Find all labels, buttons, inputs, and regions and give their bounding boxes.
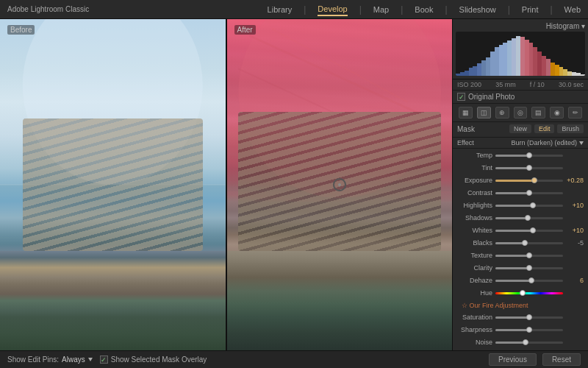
focal-length: 35 mm [495,81,516,88]
show-edit-pins-dropdown[interactable] [88,358,93,361]
tool-radial[interactable]: ◉ [550,107,564,118]
original-photo-row: ✓ Original Photo [453,91,588,104]
slider-dehaze-value: 6 [563,277,584,284]
mask-row: Mask New Edit Brush [457,124,584,133]
slider-sharpness-label: Sharpness [457,326,495,333]
mask-section: Mask New Edit Brush [453,122,588,138]
show-edit-pins-value[interactable]: Always [62,355,85,364]
slider-tint: Tint [457,163,584,173]
slider-contrast-label: Contrast [457,189,495,197]
slider-clarity-label: Clarity [457,264,495,272]
mask-brush-btn[interactable]: Brush [557,124,584,133]
slider-clarity: Clarity [457,263,584,273]
slider-temp-track[interactable] [495,155,563,157]
tab-print[interactable]: Print [522,4,539,15]
slider-noise: Noise [457,337,584,347]
mask-overlay-checkbox[interactable]: ✓ [100,355,108,364]
slider-texture-track[interactable] [495,255,563,257]
slider-texture-label: Texture [457,252,495,259]
after-label: After [234,25,256,35]
bottom-reset-btn[interactable]: Reset [542,353,581,366]
mask-label: Mask [457,125,475,133]
effect-row: Effect Burn (Darken) (edited) [453,138,588,149]
tab-develop[interactable]: Develop [318,3,347,16]
previous-btn[interactable]: Previous [489,353,537,366]
slider-dehaze-label: Dehaze [457,277,495,284]
slider-blacks-label: Blacks [457,239,495,247]
iso-value: ISO 200 [457,81,481,88]
slider-exposure-track[interactable] [495,180,563,182]
slider-exposure-label: Exposure [457,177,495,184]
photo-area: Before [0,19,452,350]
tool-crop[interactable]: ◫ [477,107,491,118]
bottom-left: Show Edit Pins: Always ✓ Show Selected M… [7,355,207,364]
histogram-container [456,32,585,76]
color-fire-label: ☆ Our Fire Adjustment [462,302,528,309]
slider-saturation: Saturation [457,312,584,322]
tool-heal[interactable]: ⊕ [495,107,509,118]
slider-dehaze-track[interactable] [495,280,563,282]
mask-new-btn[interactable]: New [509,124,531,133]
slider-contrast-track[interactable] [495,192,563,194]
histogram-title[interactable]: Histogram ▾ [456,22,585,30]
mask-circle-indicator [333,178,346,191]
slider-moire: Moiré [457,350,584,350]
tab-library[interactable]: Library [268,4,293,15]
histogram-section: Histogram ▾ [453,19,588,79]
slider-whites-track[interactable] [495,230,563,232]
before-photo [0,19,226,350]
mask-buttons: New Edit Brush [509,124,584,133]
shutter-speed: 30.0 sec [559,81,584,88]
slider-hue-track[interactable] [495,292,563,294]
after-panel: After [227,19,453,350]
slider-noise-track[interactable] [495,342,563,344]
slider-clarity-track[interactable] [495,267,563,269]
slider-whites-value: +10 [563,227,584,234]
slider-blacks-track[interactable] [495,242,563,244]
tool-gradient[interactable]: ▤ [531,107,545,118]
mask-overlay-label: Show Selected Mask Overlay [111,355,207,364]
svg-rect-1 [0,185,226,251]
after-photo [227,19,453,350]
tool-brush[interactable]: ✏ [568,107,582,118]
tool-redeye[interactable]: ◎ [514,107,528,118]
histogram-bars [456,32,585,76]
slider-highlights-track[interactable] [495,205,563,207]
slider-saturation-track[interactable] [495,316,563,319]
slider-blacks: Blacks -5 [457,238,584,248]
slider-shadows: Shadows [457,213,584,223]
slider-highlights-value: +10 [563,202,584,209]
slider-highlights-label: Highlights [457,202,495,209]
slider-temp-label: Temp [457,152,495,159]
right-panel: Histogram ▾ [452,19,588,350]
slider-temp: Temp [457,150,584,160]
mask-edit-btn[interactable]: Edit [534,124,555,133]
original-photo-checkbox[interactable]: ✓ [457,93,465,101]
slider-hue: Hue [457,288,584,298]
tool-histogram[interactable]: ▦ [459,107,473,118]
svg-point-0 [23,19,203,185]
slider-blacks-value: -5 [563,239,584,247]
slider-saturation-label: Saturation [457,314,495,321]
slider-dehaze: Dehaze 6 [457,275,584,286]
tab-book[interactable]: Book [415,4,433,15]
color-fire-row: ☆ Our Fire Adjustment [457,300,584,311]
slider-tint-label: Tint [457,164,495,171]
tab-map[interactable]: Map [373,4,389,15]
tab-slideshow[interactable]: Slideshow [459,4,496,15]
slider-shadows-track[interactable] [495,217,563,219]
show-edit-pins-label: Show Edit Pins: [7,355,59,364]
aperture-value: f / 10 [530,81,545,88]
effect-label: Effect [457,139,474,146]
tab-web[interactable]: Web [564,4,581,15]
main-content: Before [0,19,588,350]
effect-dropdown-icon [579,141,584,145]
sliders-section: Temp Tint Exposure [453,149,588,350]
nav-tabs: Library | Develop | Map | Book | Slidesh… [268,3,581,16]
slider-highlights: Highlights +10 [457,200,584,210]
top-bar: Adobe Lightroom Classic Library | Develo… [0,0,588,19]
slider-sharpness: Sharpness [457,325,584,335]
slider-noise-label: Noise [457,339,495,346]
slider-sharpness-track[interactable] [495,329,563,331]
slider-tint-track[interactable] [495,167,563,169]
